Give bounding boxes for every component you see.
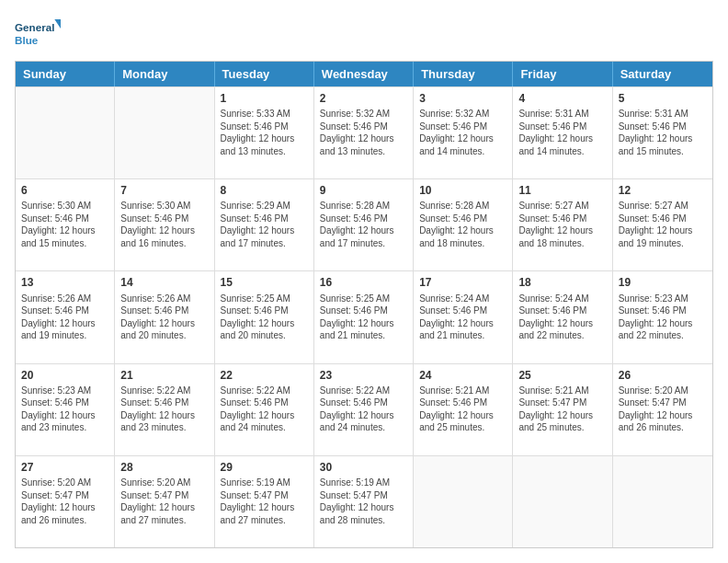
day-number: 18 bbox=[518, 275, 606, 290]
calendar-cell-1-3: 9Sunrise: 5:28 AM Sunset: 5:46 PM Daylig… bbox=[314, 179, 414, 270]
calendar-cell-1-2: 8Sunrise: 5:29 AM Sunset: 5:46 PM Daylig… bbox=[215, 179, 314, 270]
day-number: 13 bbox=[21, 275, 108, 290]
calendar-cell-3-3: 23Sunrise: 5:22 AM Sunset: 5:46 PM Dayli… bbox=[314, 364, 414, 455]
day-number: 21 bbox=[120, 368, 208, 383]
day-info: Sunrise: 5:28 AM Sunset: 5:46 PM Dayligh… bbox=[419, 200, 506, 249]
day-number: 10 bbox=[419, 183, 506, 198]
weekday-header-monday: Monday bbox=[115, 62, 214, 86]
weekday-header-friday: Friday bbox=[513, 62, 612, 86]
calendar-cell-2-6: 19Sunrise: 5:23 AM Sunset: 5:46 PM Dayli… bbox=[613, 271, 712, 362]
calendar-cell-4-2: 29Sunrise: 5:19 AM Sunset: 5:47 PM Dayli… bbox=[215, 456, 314, 547]
calendar-cell-0-2: 1Sunrise: 5:33 AM Sunset: 5:46 PM Daylig… bbox=[215, 87, 314, 178]
day-info: Sunrise: 5:21 AM Sunset: 5:46 PM Dayligh… bbox=[419, 385, 506, 434]
calendar-cell-3-4: 24Sunrise: 5:21 AM Sunset: 5:46 PM Dayli… bbox=[414, 364, 513, 455]
day-info: Sunrise: 5:20 AM Sunset: 5:47 PM Dayligh… bbox=[120, 477, 208, 526]
calendar-cell-2-0: 13Sunrise: 5:26 AM Sunset: 5:46 PM Dayli… bbox=[16, 271, 115, 362]
calendar-row-3: 20Sunrise: 5:23 AM Sunset: 5:46 PM Dayli… bbox=[16, 363, 712, 455]
day-number: 11 bbox=[518, 183, 606, 198]
day-number: 27 bbox=[21, 460, 108, 475]
calendar-cell-1-4: 10Sunrise: 5:28 AM Sunset: 5:46 PM Dayli… bbox=[414, 179, 513, 270]
day-info: Sunrise: 5:33 AM Sunset: 5:46 PM Dayligh… bbox=[221, 108, 308, 157]
day-number: 29 bbox=[221, 460, 308, 475]
calendar-cell-0-0 bbox=[16, 87, 115, 178]
day-number: 19 bbox=[619, 275, 707, 290]
day-number: 6 bbox=[21, 183, 108, 198]
day-info: Sunrise: 5:28 AM Sunset: 5:46 PM Dayligh… bbox=[320, 200, 407, 249]
logo: General Blue bbox=[15, 15, 61, 52]
day-number: 23 bbox=[320, 368, 407, 383]
day-info: Sunrise: 5:19 AM Sunset: 5:47 PM Dayligh… bbox=[221, 477, 308, 526]
calendar-cell-0-5: 4Sunrise: 5:31 AM Sunset: 5:46 PM Daylig… bbox=[513, 87, 612, 178]
day-info: Sunrise: 5:27 AM Sunset: 5:46 PM Dayligh… bbox=[619, 200, 707, 249]
calendar-cell-4-3: 30Sunrise: 5:19 AM Sunset: 5:47 PM Dayli… bbox=[314, 456, 414, 547]
day-number: 28 bbox=[120, 460, 208, 475]
weekday-header-sunday: Sunday bbox=[16, 62, 115, 86]
calendar-row-4: 27Sunrise: 5:20 AM Sunset: 5:47 PM Dayli… bbox=[16, 455, 712, 547]
day-info: Sunrise: 5:23 AM Sunset: 5:46 PM Dayligh… bbox=[619, 293, 707, 342]
day-info: Sunrise: 5:26 AM Sunset: 5:46 PM Dayligh… bbox=[21, 293, 108, 342]
day-info: Sunrise: 5:24 AM Sunset: 5:46 PM Dayligh… bbox=[518, 293, 606, 342]
calendar-cell-0-6: 5Sunrise: 5:31 AM Sunset: 5:46 PM Daylig… bbox=[613, 87, 712, 178]
day-info: Sunrise: 5:24 AM Sunset: 5:46 PM Dayligh… bbox=[419, 293, 506, 342]
day-number: 17 bbox=[419, 275, 506, 290]
day-number: 26 bbox=[619, 368, 707, 383]
calendar-cell-2-3: 16Sunrise: 5:25 AM Sunset: 5:46 PM Dayli… bbox=[314, 271, 414, 362]
calendar-cell-4-6 bbox=[613, 456, 712, 547]
calendar-cell-3-6: 26Sunrise: 5:20 AM Sunset: 5:47 PM Dayli… bbox=[613, 364, 712, 455]
day-number: 16 bbox=[320, 275, 407, 290]
calendar-cell-1-5: 11Sunrise: 5:27 AM Sunset: 5:46 PM Dayli… bbox=[513, 179, 612, 270]
day-info: Sunrise: 5:22 AM Sunset: 5:46 PM Dayligh… bbox=[120, 385, 208, 434]
calendar-row-1: 6Sunrise: 5:30 AM Sunset: 5:46 PM Daylig… bbox=[16, 178, 712, 270]
day-info: Sunrise: 5:32 AM Sunset: 5:46 PM Dayligh… bbox=[320, 108, 407, 157]
calendar-cell-4-4 bbox=[414, 456, 513, 547]
day-number: 22 bbox=[221, 368, 308, 383]
day-info: Sunrise: 5:20 AM Sunset: 5:47 PM Dayligh… bbox=[21, 477, 108, 526]
day-info: Sunrise: 5:20 AM Sunset: 5:47 PM Dayligh… bbox=[619, 385, 707, 434]
calendar-body: 1Sunrise: 5:33 AM Sunset: 5:46 PM Daylig… bbox=[16, 86, 712, 547]
day-number: 4 bbox=[518, 91, 606, 106]
svg-marker-2 bbox=[54, 19, 61, 29]
calendar-cell-2-1: 14Sunrise: 5:26 AM Sunset: 5:46 PM Dayli… bbox=[115, 271, 214, 362]
calendar-cell-1-1: 7Sunrise: 5:30 AM Sunset: 5:46 PM Daylig… bbox=[115, 179, 214, 270]
calendar: SundayMondayTuesdayWednesdayThursdayFrid… bbox=[15, 61, 713, 548]
day-info: Sunrise: 5:30 AM Sunset: 5:46 PM Dayligh… bbox=[21, 200, 108, 249]
day-number: 3 bbox=[419, 91, 506, 106]
day-info: Sunrise: 5:26 AM Sunset: 5:46 PM Dayligh… bbox=[120, 293, 208, 342]
calendar-cell-4-1: 28Sunrise: 5:20 AM Sunset: 5:47 PM Dayli… bbox=[115, 456, 214, 547]
day-number: 5 bbox=[619, 91, 707, 106]
day-info: Sunrise: 5:21 AM Sunset: 5:47 PM Dayligh… bbox=[518, 385, 606, 434]
day-info: Sunrise: 5:31 AM Sunset: 5:46 PM Dayligh… bbox=[518, 108, 606, 157]
weekday-header-thursday: Thursday bbox=[414, 62, 513, 86]
calendar-cell-0-1 bbox=[115, 87, 214, 178]
weekday-header-tuesday: Tuesday bbox=[215, 62, 314, 86]
calendar-cell-1-0: 6Sunrise: 5:30 AM Sunset: 5:46 PM Daylig… bbox=[16, 179, 115, 270]
day-number: 25 bbox=[518, 368, 606, 383]
calendar-cell-3-2: 22Sunrise: 5:22 AM Sunset: 5:46 PM Dayli… bbox=[215, 364, 314, 455]
calendar-cell-3-5: 25Sunrise: 5:21 AM Sunset: 5:47 PM Dayli… bbox=[513, 364, 612, 455]
day-info: Sunrise: 5:32 AM Sunset: 5:46 PM Dayligh… bbox=[419, 108, 506, 157]
calendar-cell-0-4: 3Sunrise: 5:32 AM Sunset: 5:46 PM Daylig… bbox=[414, 87, 513, 178]
calendar-header: SundayMondayTuesdayWednesdayThursdayFrid… bbox=[16, 62, 712, 86]
day-number: 14 bbox=[120, 275, 208, 290]
calendar-cell-4-0: 27Sunrise: 5:20 AM Sunset: 5:47 PM Dayli… bbox=[16, 456, 115, 547]
day-info: Sunrise: 5:23 AM Sunset: 5:46 PM Dayligh… bbox=[21, 385, 108, 434]
calendar-row-2: 13Sunrise: 5:26 AM Sunset: 5:46 PM Dayli… bbox=[16, 270, 712, 362]
day-info: Sunrise: 5:25 AM Sunset: 5:46 PM Dayligh… bbox=[221, 293, 308, 342]
calendar-row-0: 1Sunrise: 5:33 AM Sunset: 5:46 PM Daylig… bbox=[16, 86, 712, 178]
day-number: 30 bbox=[320, 460, 407, 475]
day-info: Sunrise: 5:25 AM Sunset: 5:46 PM Dayligh… bbox=[320, 293, 407, 342]
day-number: 1 bbox=[221, 91, 308, 106]
day-number: 2 bbox=[320, 91, 407, 106]
day-info: Sunrise: 5:27 AM Sunset: 5:46 PM Dayligh… bbox=[518, 200, 606, 249]
calendar-cell-3-1: 21Sunrise: 5:22 AM Sunset: 5:46 PM Dayli… bbox=[115, 364, 214, 455]
day-number: 7 bbox=[120, 183, 208, 198]
day-info: Sunrise: 5:22 AM Sunset: 5:46 PM Dayligh… bbox=[221, 385, 308, 434]
calendar-cell-4-5 bbox=[513, 456, 612, 547]
svg-text:General: General bbox=[15, 21, 54, 33]
day-number: 24 bbox=[419, 368, 506, 383]
calendar-cell-2-4: 17Sunrise: 5:24 AM Sunset: 5:46 PM Dayli… bbox=[414, 271, 513, 362]
calendar-cell-2-2: 15Sunrise: 5:25 AM Sunset: 5:46 PM Dayli… bbox=[215, 271, 314, 362]
day-info: Sunrise: 5:31 AM Sunset: 5:46 PM Dayligh… bbox=[619, 108, 707, 157]
day-number: 15 bbox=[221, 275, 308, 290]
day-number: 20 bbox=[21, 368, 108, 383]
